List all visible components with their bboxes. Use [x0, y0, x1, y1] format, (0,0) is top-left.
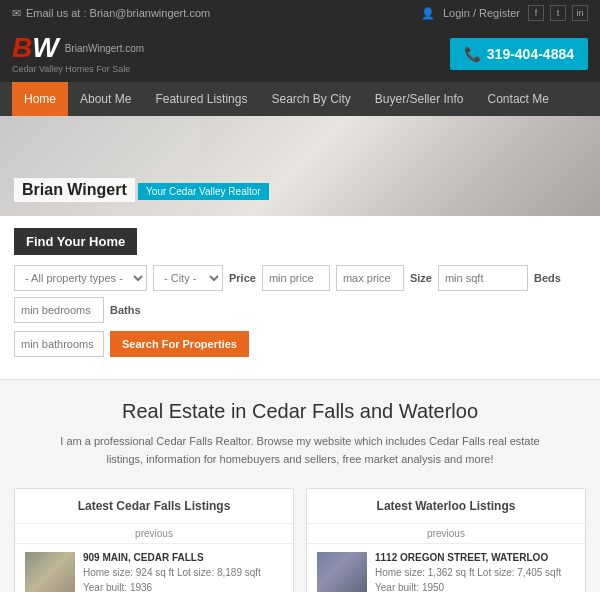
listings-grid: Latest Cedar Falls Listings previous 909… [14, 488, 586, 592]
property-type-select[interactable]: - All property types - [14, 265, 147, 291]
nav-home[interactable]: Home [12, 82, 68, 116]
nav-buyer-seller[interactable]: Buyer/Seller Info [363, 82, 476, 116]
cedar-falls-card: Latest Cedar Falls Listings previous 909… [14, 488, 294, 592]
cedar-header: Latest Cedar Falls Listings [15, 489, 293, 524]
waterloo-details: Home size: 1,362 sq ft Lot size: 7,405 s… [375, 565, 575, 592]
cedar-info: 909 MAIN, CEDAR FALLS Home size: 924 sq … [83, 552, 283, 592]
email-icon: ✉ [12, 7, 21, 20]
logo-domain: BrianWingert.com [65, 43, 144, 54]
waterloo-thumb [317, 552, 367, 592]
size-label: Size [410, 272, 432, 284]
waterloo-listing-item: 1112 OREGON STREET, WATERLOO Home size: … [307, 544, 585, 592]
top-bar-left: ✉ Email us at : Brian@brianwingert.com [12, 7, 210, 20]
logo-area: BW BrianWingert.com Cedar Valley Homes F… [12, 34, 144, 74]
main-title: Real Estate in Cedar Falls and Waterloo [14, 400, 586, 423]
beds-label: Beds [534, 272, 561, 284]
hero-content: Brian Wingert Your Cedar Valley Realtor [0, 168, 283, 216]
nav-contact[interactable]: Contact Me [476, 82, 561, 116]
nav-search-city[interactable]: Search By City [259, 82, 362, 116]
waterloo-info: 1112 OREGON STREET, WATERLOO Home size: … [375, 552, 575, 592]
search-row-2: Search For Properties [14, 331, 586, 357]
logo-bw-text: BW [12, 34, 59, 62]
main-content: Real Estate in Cedar Falls and Waterloo … [0, 380, 600, 592]
logo[interactable]: BW BrianWingert.com [12, 34, 144, 62]
cedar-thumb [25, 552, 75, 592]
cedar-previous[interactable]: previous [15, 524, 293, 544]
waterloo-header: Latest Waterloo Listings [307, 489, 585, 524]
cedar-listing-item: 909 MAIN, CEDAR FALLS Home size: 924 sq … [15, 544, 293, 592]
nav-featured[interactable]: Featured Listings [143, 82, 259, 116]
max-price-input[interactable] [336, 265, 404, 291]
hero-name: Brian Wingert [14, 178, 135, 202]
min-price-input[interactable] [262, 265, 330, 291]
phone-button[interactable]: 📞 319-404-4884 [450, 38, 588, 70]
baths-label: Baths [110, 304, 141, 316]
nav-about[interactable]: About Me [68, 82, 143, 116]
city-select[interactable]: - City - [153, 265, 223, 291]
price-label: Price [229, 272, 256, 284]
user-icon: 👤 [421, 7, 435, 20]
top-bar-right: 👤 Login / Register f t in [421, 5, 588, 21]
email-label: Email us at : Brian@brianwingert.com [26, 7, 210, 19]
logo-tagline: Cedar Valley Homes For Sale [12, 64, 144, 74]
cedar-details: Home size: 924 sq ft Lot size: 8,189 sqf… [83, 565, 283, 592]
phone-number: 319-404-4884 [487, 46, 574, 62]
phone-icon: 📞 [464, 46, 481, 62]
search-section: Find Your Home - All property types - - … [0, 216, 600, 379]
linkedin-icon[interactable]: in [572, 5, 588, 21]
hero-section: Brian Wingert Your Cedar Valley Realtor [0, 116, 600, 216]
waterloo-address: 1112 OREGON STREET, WATERLOO [375, 552, 575, 563]
login-register-link[interactable]: Login / Register [443, 7, 520, 19]
search-row: - All property types - - City - Price Si… [14, 265, 586, 323]
cedar-thumb-image [25, 552, 75, 592]
main-nav: Home About Me Featured Listings Search B… [0, 82, 600, 116]
baths-input[interactable] [14, 331, 104, 357]
size-input[interactable] [438, 265, 528, 291]
site-header: BW BrianWingert.com Cedar Valley Homes F… [0, 26, 600, 82]
top-bar: ✉ Email us at : Brian@brianwingert.com 👤… [0, 0, 600, 26]
waterloo-card: Latest Waterloo Listings previous 1112 O… [306, 488, 586, 592]
social-icons: f t in [528, 5, 588, 21]
waterloo-thumb-image [317, 552, 367, 592]
twitter-icon[interactable]: t [550, 5, 566, 21]
main-description: I am a professional Cedar Falls Realtor.… [60, 433, 540, 468]
cedar-address: 909 MAIN, CEDAR FALLS [83, 552, 283, 563]
facebook-icon[interactable]: f [528, 5, 544, 21]
beds-input[interactable] [14, 297, 104, 323]
find-home-heading: Find Your Home [14, 228, 137, 255]
search-button[interactable]: Search For Properties [110, 331, 249, 357]
hero-subtitle: Your Cedar Valley Realtor [138, 183, 269, 200]
waterloo-previous[interactable]: previous [307, 524, 585, 544]
